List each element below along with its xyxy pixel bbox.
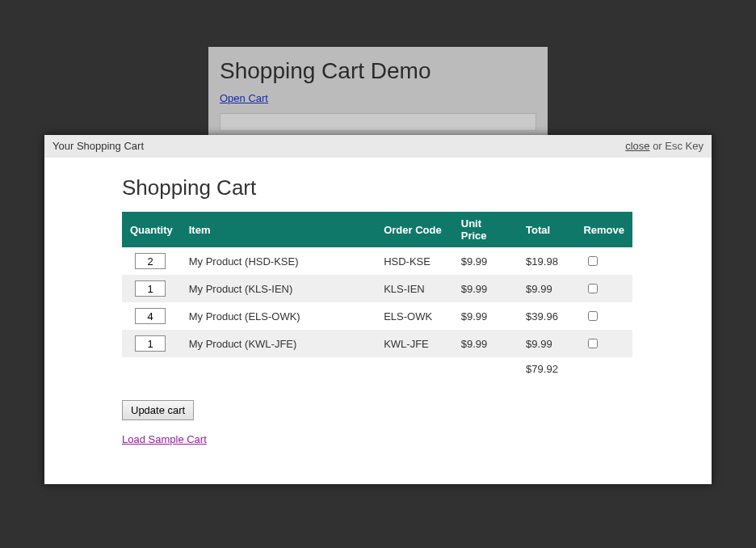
load-sample-cart-link[interactable]: Load Sample Cart [122,433,207,445]
remove-checkbox[interactable] [588,311,598,321]
cart-heading: Shopping Cart [122,175,634,200]
cell-remove [575,275,632,302]
grand-total-row: $79.92 [122,357,632,381]
cell-total: $19.98 [518,247,575,275]
cell-item: My Product (KWL-JFE) [181,330,376,357]
grand-total: $79.92 [518,357,575,381]
cell-item: My Product (ELS-OWK) [181,302,376,330]
col-item: Item [181,212,376,247]
col-order-code: Order Code [376,212,453,247]
table-row: My Product (ELS-OWK)ELS-OWK$9.99$39.96 [122,302,632,330]
quantity-input[interactable] [135,253,166,269]
empty-cell [181,357,376,381]
cell-unit-price: $9.99 [453,247,518,275]
table-row: My Product (KLS-IEN)KLS-IEN$9.99$9.99 [122,275,632,302]
quantity-input[interactable] [135,308,166,324]
remove-checkbox[interactable] [588,256,598,266]
cell-order-code: HSD-KSE [376,247,453,275]
col-total: Total [518,212,575,247]
cell-total: $39.96 [518,302,575,330]
modal-close-area: close or Esc Key [625,135,704,158]
remove-checkbox[interactable] [588,284,598,293]
empty-cell [575,357,632,381]
cell-remove [575,330,632,357]
cell-unit-price: $9.99 [453,275,518,302]
col-quantity: Quantity [122,212,181,247]
cart-modal: Your Shopping Cart close or Esc Key Shop… [44,135,712,484]
cell-quantity [122,275,181,302]
quantity-input[interactable] [135,335,166,352]
cell-remove [575,302,632,330]
modal-body: Shopping Cart Quantity Item Order Code U… [44,158,712,461]
cell-item: My Product (HSD-KSE) [181,247,376,275]
update-cart-button[interactable]: Update cart [122,400,194,420]
cell-order-code: KWL-JFE [376,330,453,357]
cell-total: $9.99 [518,330,575,357]
empty-cell [122,357,181,381]
cell-quantity [122,247,181,275]
remove-checkbox[interactable] [588,339,598,348]
cart-table: Quantity Item Order Code Unit Price Tota… [122,212,632,381]
col-unit-price: Unit Price [453,212,518,247]
cell-item: My Product (KLS-IEN) [181,275,376,302]
cell-unit-price: $9.99 [453,302,518,330]
table-header-row: Quantity Item Order Code Unit Price Tota… [122,212,632,247]
quantity-input[interactable] [135,280,166,297]
cell-order-code: KLS-IEN [376,275,453,302]
empty-cell [376,357,453,381]
table-row: My Product (KWL-JFE)KWL-JFE$9.99$9.99 [122,330,632,357]
modal-header: Your Shopping Cart close or Esc Key [44,135,712,158]
table-row: My Product (HSD-KSE)HSD-KSE$9.99$19.98 [122,247,632,275]
cell-remove [575,247,632,275]
cell-order-code: ELS-OWK [376,302,453,330]
close-link[interactable]: close [625,140,649,152]
col-remove: Remove [575,212,632,247]
cell-unit-price: $9.99 [453,330,518,357]
cell-total: $9.99 [518,275,575,302]
modal-title: Your Shopping Cart [52,135,144,158]
cell-quantity [122,302,181,330]
close-hint: or Esc Key [650,140,704,152]
cell-quantity [122,330,181,357]
empty-cell [453,357,518,381]
